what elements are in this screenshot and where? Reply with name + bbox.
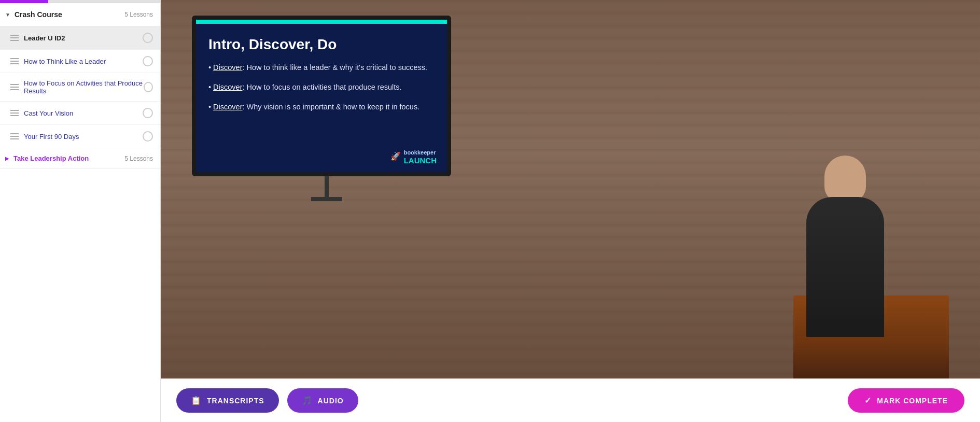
lesson-item-focus-activities[interactable]: How to Focus on Activities that Produce … <box>0 73 160 102</box>
lesson-title-cast-vision: Cast Your Vision <box>24 109 73 117</box>
lesson-lines-icon <box>10 58 19 64</box>
transcripts-label: TRANSCRIPTS <box>207 397 264 405</box>
audio-icon: 🎵 <box>302 396 313 405</box>
launch-brand: LAUNCH <box>404 156 437 165</box>
mark-complete-button[interactable]: ✓ MARK COMPLETE <box>848 388 964 413</box>
lesson-item-left: Leader U ID2 <box>10 34 65 42</box>
transcripts-button[interactable]: 📋 TRANSCRIPTS <box>176 388 279 413</box>
audio-button[interactable]: 🎵 AUDIO <box>287 388 358 413</box>
lesson-title-focus-activities: How to Focus on Activities that Produce … <box>24 79 144 95</box>
slide-point-3: • Discover: Why vision is so important &… <box>208 102 435 113</box>
tv-base <box>311 197 342 201</box>
lesson-item-left: Cast Your Vision <box>10 109 73 117</box>
subsection-take-leadership-action[interactable]: ▶ Take Leadership Action 5 Lessons <box>0 148 160 169</box>
lesson-item-left: Your First 90 Days <box>10 133 79 140</box>
tv-stand: Intro, Discover, Do • Discover: How to t… <box>192 16 461 201</box>
lesson-item-left: How to Think Like a Leader <box>10 58 106 65</box>
lesson-complete-circle <box>143 56 153 66</box>
lesson-complete-circle <box>143 131 153 142</box>
lesson-item-leader-u-id2[interactable]: Leader U ID2 <box>0 26 160 50</box>
subsection-title: Take Leadership Action <box>13 154 89 162</box>
slide-point-1: • Discover: How to think like a leader &… <box>208 62 435 74</box>
lesson-item-cast-vision[interactable]: Cast Your Vision <box>0 102 160 125</box>
section-header[interactable]: ▼ Crash Course 5 Lessons <box>0 3 160 26</box>
lesson-title-think-like-leader: How to Think Like a Leader <box>24 58 106 65</box>
rocket-icon: 🚀 <box>390 151 401 161</box>
launch-prefix: bookkeeper <box>404 149 436 156</box>
section-lesson-count: 5 Lessons <box>124 11 153 18</box>
bullet-icon: • <box>208 63 213 72</box>
lesson-lines-icon <box>10 84 19 90</box>
lesson-lines-icon <box>10 35 19 41</box>
bullet-icon: • <box>208 103 213 111</box>
lesson-lines-icon <box>10 133 19 139</box>
video-area[interactable]: Intro, Discover, Do • Discover: How to t… <box>161 0 980 378</box>
lesson-item-left: How to Focus on Activities that Produce … <box>10 79 144 95</box>
person-torso <box>806 197 884 337</box>
lesson-complete-circle <box>143 33 153 43</box>
person-head <box>824 156 866 202</box>
person-overlay <box>731 0 959 378</box>
section-chevron-icon: ▼ <box>5 12 10 18</box>
slide-title: Intro, Discover, Do <box>208 36 435 53</box>
lesson-complete-circle <box>143 108 153 118</box>
section-header-left: ▼ Crash Course <box>5 10 62 19</box>
subsection-chevron-icon: ▶ <box>5 156 9 161</box>
lesson-title-first-90-days: Your First 90 Days <box>24 133 79 140</box>
slide-point-2: • Discover: How to focus on activities t… <box>208 82 435 93</box>
audio-label: AUDIO <box>318 397 344 405</box>
mark-complete-icon: ✓ <box>864 396 872 405</box>
tv-pole <box>325 176 329 197</box>
lesson-item-think-like-leader[interactable]: How to Think Like a Leader <box>0 50 160 73</box>
slide-text-1: : How to think like a leader & why it's … <box>243 63 428 72</box>
slide-text-3: : Why vision is so important & how to ke… <box>243 103 420 111</box>
bullet-icon: • <box>208 83 213 91</box>
transcripts-icon: 📋 <box>191 396 202 405</box>
launch-text: bookkeeper LAUNCH <box>404 147 437 165</box>
lesson-lines-icon <box>10 110 19 116</box>
slide-keyword-3: Discover <box>213 103 242 111</box>
lesson-item-first-90-days[interactable]: Your First 90 Days <box>0 125 160 148</box>
bottom-controls: 📋 TRANSCRIPTS 🎵 AUDIO ✓ MARK COMPLETE <box>161 378 980 422</box>
slide-keyword-2: Discover <box>213 83 242 91</box>
launch-logo: 🚀 bookkeeper LAUNCH <box>390 147 437 165</box>
lesson-title-leader-u-id2: Leader U ID2 <box>24 34 65 42</box>
subsection-lesson-count: 5 Lessons <box>124 155 153 162</box>
slide-text-2: : How to focus on activities that produc… <box>243 83 402 91</box>
section-title: Crash Course <box>15 10 62 19</box>
slide-keyword-1: Discover <box>213 63 242 72</box>
subsection-header-left: ▶ Take Leadership Action <box>5 154 89 162</box>
tv-screen: Intro, Discover, Do • Discover: How to t… <box>192 16 451 176</box>
main-content: Intro, Discover, Do • Discover: How to t… <box>161 0 980 422</box>
mark-complete-label: MARK COMPLETE <box>877 397 948 405</box>
slide-top-bar <box>196 20 447 24</box>
sidebar: ▼ Crash Course 5 Lessons Leader U ID2 Ho… <box>0 0 161 422</box>
lesson-complete-circle <box>144 82 153 92</box>
